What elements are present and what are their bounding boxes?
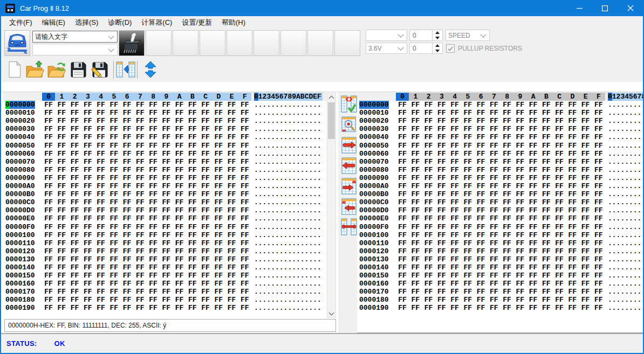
hex-byte-cell[interactable]: FF xyxy=(199,117,212,125)
hex-byte-cell[interactable]: FF xyxy=(55,280,68,288)
column-header-0[interactable]: 0 xyxy=(42,93,55,101)
ascii-cell[interactable]: ................ xyxy=(254,117,323,125)
hex-byte-cell[interactable]: FF xyxy=(422,280,435,288)
hex-byte-cell[interactable]: FF xyxy=(592,272,605,280)
hex-byte-cell[interactable]: FF xyxy=(225,214,238,223)
hex-byte-cell[interactable]: FF xyxy=(475,101,488,109)
hex-byte-cell[interactable]: FF xyxy=(68,125,81,133)
hex-byte-cell[interactable]: FF xyxy=(81,288,94,296)
hex-byte-cell[interactable]: FF xyxy=(238,190,251,198)
column-header-0[interactable]: 0 xyxy=(396,93,409,101)
ascii-cell[interactable]: ................ xyxy=(254,133,323,141)
hex-byte-cell[interactable]: FF xyxy=(513,263,526,272)
hex-byte-cell[interactable]: FF xyxy=(147,125,160,133)
hex-byte-cell[interactable]: FF xyxy=(396,190,409,198)
hex-byte-cell[interactable]: FF xyxy=(199,125,212,133)
hex-byte-cell[interactable]: FF xyxy=(396,133,409,141)
spin-down-button[interactable] xyxy=(433,48,442,54)
hex-byte-cell[interactable]: FF xyxy=(566,117,579,125)
hex-byte-cell[interactable]: FF xyxy=(488,239,501,247)
hex-byte-cell[interactable]: FF xyxy=(448,101,461,109)
hex-byte-cell[interactable]: FF xyxy=(160,223,173,231)
hex-byte-cell[interactable]: FF xyxy=(461,288,474,296)
hex-byte-cell[interactable]: FF xyxy=(566,247,579,255)
hex-byte-cell[interactable]: FF xyxy=(199,158,212,166)
hex-byte-cell[interactable]: FF xyxy=(55,247,68,255)
hex-byte-cell[interactable]: FF xyxy=(566,288,579,296)
toolbar-empty-button-6[interactable] xyxy=(280,30,306,56)
hex-byte-cell[interactable]: FF xyxy=(68,190,81,198)
hex-byte-cell[interactable]: FF xyxy=(461,190,474,198)
column-header-7[interactable]: 7 xyxy=(488,93,501,101)
hex-byte-cell[interactable]: FF xyxy=(435,150,448,158)
hex-byte-cell[interactable]: FF xyxy=(540,182,553,190)
hex-byte-cell[interactable]: FF xyxy=(107,190,120,198)
hex-byte-cell[interactable]: FF xyxy=(94,117,107,125)
hex-byte-cell[interactable]: FF xyxy=(475,304,488,312)
hex-byte-cell[interactable]: FF xyxy=(540,133,553,141)
hex-byte-cell[interactable]: FF xyxy=(422,296,435,304)
hex-byte-cell[interactable]: FF xyxy=(475,296,488,304)
hex-byte-cell[interactable]: FF xyxy=(396,150,409,158)
column-header-6[interactable]: 6 xyxy=(121,93,134,101)
hex-byte-cell[interactable]: FF xyxy=(566,198,579,206)
hex-byte-cell[interactable]: FF xyxy=(513,125,526,133)
ascii-cell[interactable]: ................ xyxy=(608,142,643,150)
hex-byte-cell[interactable]: FF xyxy=(513,198,526,206)
hex-byte-cell[interactable]: FF xyxy=(409,296,422,304)
column-header-A[interactable]: A xyxy=(173,93,186,101)
hex-byte-cell[interactable]: FF xyxy=(409,272,422,280)
hex-byte-cell[interactable]: FF xyxy=(540,214,553,223)
hex-byte-cell[interactable]: FF xyxy=(121,247,134,255)
ascii-cell[interactable]: ................ xyxy=(254,231,323,239)
row-address[interactable]: 0000050 xyxy=(357,142,396,150)
hex-byte-cell[interactable]: FF xyxy=(592,166,605,174)
hex-byte-cell[interactable]: FF xyxy=(121,182,134,190)
hex-byte-cell[interactable]: FF xyxy=(134,117,147,125)
hex-byte-cell[interactable]: FF xyxy=(527,247,540,255)
hex-byte-cell[interactable]: FF xyxy=(107,263,120,272)
ascii-cell[interactable]: ................ xyxy=(608,206,643,214)
hex-byte-cell[interactable]: FF xyxy=(55,288,68,296)
hex-byte-cell[interactable]: FF xyxy=(501,231,513,239)
hex-byte-cell[interactable]: FF xyxy=(212,158,225,166)
hex-byte-cell[interactable]: FF xyxy=(121,304,134,312)
hex-byte-cell[interactable]: FF xyxy=(501,296,513,304)
hex-byte-cell[interactable]: FF xyxy=(527,142,540,150)
expand-vertical-button[interactable] xyxy=(140,59,161,80)
hex-byte-cell[interactable]: FF xyxy=(160,142,173,150)
hex-byte-cell[interactable]: FF xyxy=(501,304,513,312)
hex-byte-cell[interactable]: FF xyxy=(592,296,605,304)
row-address[interactable]: 0000060 xyxy=(3,150,42,158)
hex-byte-cell[interactable]: FF xyxy=(566,150,579,158)
hex-byte-cell[interactable]: FF xyxy=(107,239,120,247)
hex-byte-cell[interactable]: FF xyxy=(147,231,160,239)
ascii-cell[interactable]: ................ xyxy=(254,255,323,263)
ascii-cell[interactable]: ................ xyxy=(254,182,323,190)
row-address[interactable]: 00000D0 xyxy=(3,206,42,214)
hex-byte-cell[interactable]: FF xyxy=(409,109,422,117)
hex-byte-cell[interactable]: FF xyxy=(42,182,55,190)
ascii-cell[interactable]: ................ xyxy=(254,247,323,255)
hex-byte-cell[interactable]: FF xyxy=(107,133,120,141)
hex-byte-cell[interactable]: FF xyxy=(94,214,107,223)
hex-byte-cell[interactable]: FF xyxy=(238,133,251,141)
hex-byte-cell[interactable]: FF xyxy=(553,206,566,214)
hex-byte-cell[interactable]: FF xyxy=(461,142,474,150)
column-header-3[interactable]: 3 xyxy=(81,93,94,101)
hex-byte-cell[interactable]: FF xyxy=(134,174,147,182)
ascii-cell[interactable]: ................ xyxy=(608,231,643,239)
hex-byte-cell[interactable]: FF xyxy=(212,101,225,109)
row-address[interactable]: 00000A0 xyxy=(3,182,42,190)
hex-byte-cell[interactable]: FF xyxy=(475,263,488,272)
hex-byte-cell[interactable]: FF xyxy=(42,142,55,150)
hex-byte-cell[interactable]: FF xyxy=(186,166,199,174)
hex-byte-cell[interactable]: FF xyxy=(579,214,592,223)
hex-byte-cell[interactable]: FF xyxy=(422,198,435,206)
ascii-cell[interactable]: ................ xyxy=(608,304,643,312)
hex-byte-cell[interactable]: FF xyxy=(238,174,251,182)
hex-byte-cell[interactable]: FF xyxy=(422,190,435,198)
hex-byte-cell[interactable]: FF xyxy=(199,206,212,214)
ascii-cell[interactable]: ................ xyxy=(254,166,323,174)
hex-byte-cell[interactable]: FF xyxy=(199,109,212,117)
